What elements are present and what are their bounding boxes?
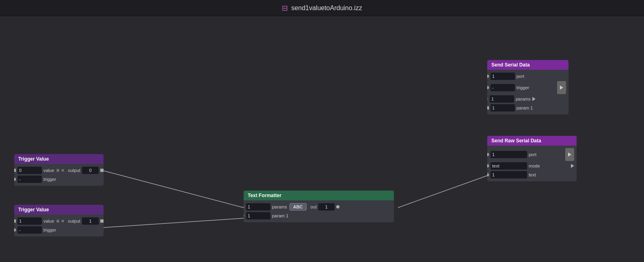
raw-port-label: port	[529, 152, 536, 157]
send-serial-port-input[interactable]	[491, 73, 515, 80]
trigger-value-1-value-input[interactable]	[17, 167, 42, 174]
send-serial-trigger-input[interactable]	[491, 84, 515, 91]
text-formatter-params-row: params ABC out	[246, 203, 391, 211]
trigger-value-2-output[interactable]	[82, 217, 99, 225]
x-icon-1[interactable]: ✕	[61, 168, 65, 173]
param1-label: param 1	[272, 213, 288, 218]
title-bar: ⊟ send1valuetoArduino.izz	[0, 0, 644, 16]
raw-serial-text-input[interactable]	[491, 171, 527, 178]
serial-params-right-triangle	[532, 97, 536, 101]
send-serial-params-input[interactable]	[490, 95, 514, 103]
trigger-value-2-trigger-row: trigger	[17, 226, 101, 234]
value-label-2: value	[43, 219, 54, 223]
gear-icon-2[interactable]: ✳	[56, 218, 60, 224]
send-serial-param1-input[interactable]	[491, 104, 515, 112]
trigger-label-2: trigger	[43, 228, 56, 232]
serial-param1-square	[487, 106, 489, 110]
raw-serial-port-row: port	[490, 148, 574, 161]
value-port-left	[14, 169, 16, 172]
send-raw-serial-header: Send Raw Serial Data	[487, 136, 577, 146]
params-port-triangle-left	[244, 205, 244, 209]
trigger-value-1-body: value ✳ ✕ output trigger	[14, 164, 104, 186]
raw-mode-label: mode	[529, 163, 540, 168]
send-serial-header: Send Serial Data	[487, 60, 568, 70]
serial-params-label: params	[516, 97, 531, 101]
serial-trigger-dot	[487, 86, 489, 89]
output-port-right-2	[100, 219, 104, 223]
serial-trigger-label: trigger	[516, 85, 529, 90]
text-formatter-body: params ABC out param 1	[244, 200, 394, 222]
trigger-label-1: trigger	[43, 177, 56, 182]
raw-text-label: text	[529, 172, 536, 177]
trigger-value-2-header: Trigger Value	[14, 205, 104, 215]
output-label-2: output	[68, 219, 80, 223]
output-label-1: output	[68, 168, 80, 173]
text-formatter-node: Text Formatter params ABC out param 1	[244, 191, 394, 222]
title-text: send1valuetoArduino.izz	[291, 4, 362, 12]
trigger-value-1-trigger-row: trigger	[17, 175, 101, 183]
param1-port-triangle-left	[244, 214, 244, 218]
raw-mode-right-triangle	[571, 164, 574, 168]
x-icon-2[interactable]: ✕	[61, 219, 65, 224]
svg-line-0	[104, 171, 244, 208]
trigger-value-1-header: Trigger Value	[14, 154, 104, 164]
gear-icon-1[interactable]: ✳	[56, 168, 60, 174]
text-formatter-param1-row: param 1	[246, 212, 391, 220]
send-raw-serial-body: port mode text	[487, 146, 577, 181]
trigger-value-node-1: Trigger Value value ✳ ✕ output trigger	[14, 154, 104, 186]
params-label: params	[272, 204, 287, 209]
raw-serial-port-input[interactable]	[491, 151, 527, 158]
text-formatter-out[interactable]	[318, 203, 335, 210]
trigger-value-1-output[interactable]	[82, 167, 99, 174]
svg-line-1	[104, 218, 244, 228]
out-port-right	[336, 205, 339, 208]
raw-text-dot	[487, 173, 489, 176]
title-icon: ⊟	[282, 4, 288, 13]
connector-arrow	[560, 86, 563, 90]
output-port-right-1	[100, 169, 104, 172]
trigger-value-1-value-row: value ✳ ✕ output	[17, 166, 101, 174]
out-label: out	[311, 204, 317, 209]
raw-serial-text-row: text	[490, 171, 574, 179]
text-formatter-param1-input[interactable]	[246, 212, 270, 219]
raw-serial-mode-row: mode	[490, 162, 574, 170]
send-serial-params-row: params	[490, 95, 566, 103]
trigger-value-node-2: Trigger Value value ✳ ✕ output trigger	[14, 205, 104, 236]
trigger-value-2-value-input[interactable]	[17, 217, 42, 225]
send-serial-data-node: Send Serial Data port trigger	[487, 60, 568, 114]
trigger-value-1-trigger-input[interactable]	[17, 176, 42, 183]
text-formatter-header: Text Formatter	[244, 191, 394, 200]
serial-params-triangle	[487, 97, 488, 101]
send-serial-param1-row: param 1	[490, 104, 566, 112]
trigger-value-2-body: value ✳ ✕ output trigger	[14, 215, 104, 236]
trigger-value-2-trigger-input[interactable]	[17, 226, 42, 234]
canvas: Trigger Value value ✳ ✕ output trigger	[0, 16, 644, 262]
value-label: value	[43, 168, 54, 173]
value-port-left-2	[14, 219, 16, 223]
abc-button[interactable]: ABC	[290, 203, 307, 210]
serial-port-dot	[487, 75, 489, 78]
raw-mode-dot	[487, 164, 489, 168]
trigger-port-left-2	[14, 228, 16, 232]
send-serial-body: port trigger params	[487, 70, 568, 114]
trigger-port-left-1	[14, 178, 16, 181]
raw-connector-arrow	[568, 152, 571, 157]
text-formatter-params-input[interactable]	[246, 203, 270, 210]
raw-serial-mode-input[interactable]	[491, 162, 527, 170]
serial-port-label: port	[516, 74, 524, 79]
serial-param1-label: param 1	[516, 105, 533, 110]
serial-connector-box	[557, 81, 566, 94]
trigger-value-2-value-row: value ✳ ✕ output	[17, 217, 101, 225]
raw-connector-box	[565, 148, 574, 161]
send-serial-trigger-row: trigger	[490, 81, 566, 94]
raw-port-dot	[487, 153, 489, 156]
send-serial-port-row: port	[490, 72, 566, 80]
send-raw-serial-data-node: Send Raw Serial Data port mode	[487, 136, 577, 181]
svg-line-2	[398, 176, 487, 208]
